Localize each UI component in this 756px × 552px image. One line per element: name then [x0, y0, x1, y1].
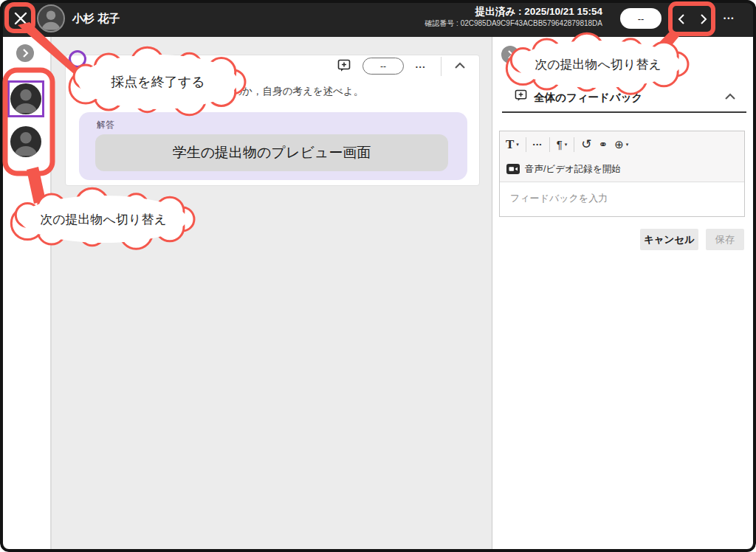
submission-preview: 学生の提出物のプレビュー画面: [95, 134, 448, 171]
chevron-up-icon: [724, 92, 736, 102]
feedback-panel-title: 全体のフィードバック: [534, 91, 642, 105]
next-submission-button[interactable]: [694, 10, 712, 28]
submitted-timestamp: 提出済み : 2025/10/21 15:54: [425, 5, 602, 18]
paragraph-button[interactable]: ¶ ▾: [557, 136, 568, 153]
chevron-right-icon: [694, 10, 712, 28]
submission-status: 提出済み : 2025/10/21 15:54 確認番号 : 02C985DA9…: [425, 5, 602, 29]
answer-label: 解答: [97, 119, 114, 131]
text-style-button[interactable]: T ▾: [506, 136, 519, 153]
confirmation-number: 確認番号 : 02C985DA9C9F43ACBB579642879818DA: [425, 18, 602, 29]
toolbar-more-button[interactable]: •••: [533, 136, 543, 153]
cancel-button[interactable]: キャンセル: [640, 229, 698, 250]
close-icon: [10, 8, 31, 29]
student-avatar: [37, 4, 65, 32]
answer-section: 解答 学生の提出物のプレビュー画面: [79, 112, 467, 180]
topbar: 小杉 花子 提出済み : 2025/10/21 15:54 確認番号 : 02C…: [0, 0, 756, 37]
chevron-up-icon: [454, 61, 466, 71]
editor-toolbar: T ▾ ••• ¶ ▾ ↺ ⚭ ⊕ ▾: [500, 131, 744, 157]
chevron-left-icon: [673, 10, 691, 28]
overflow-menu-button[interactable]: •••: [724, 10, 735, 27]
save-button[interactable]: 保存: [706, 229, 744, 250]
student-thumbnail-next[interactable]: [10, 126, 41, 157]
previous-submission-button[interactable]: [673, 10, 691, 28]
feedback-panel: 全体のフィードバック T ▾ ••• ¶ ▾ ↺: [492, 37, 756, 552]
feedback-placeholder: フィードバックを入力: [510, 192, 608, 205]
question-menu-button[interactable]: •••: [416, 60, 426, 73]
panel-expand-button[interactable]: [501, 46, 519, 63]
submissions-sidebar: [0, 37, 50, 552]
video-camera-icon: [506, 164, 520, 174]
divider: [574, 137, 574, 152]
person-icon: [10, 126, 41, 157]
person-icon: [38, 6, 63, 31]
question-grade-pill[interactable]: --: [362, 58, 404, 75]
sidebar-expand-button[interactable]: [16, 44, 34, 62]
collapse-question-button[interactable]: [454, 61, 466, 71]
record-audio-video-button[interactable]: 音声/ビデオ記録を開始: [500, 157, 744, 181]
question-text: いたいのか，自身の考えを述べよ。: [202, 85, 363, 98]
chevron-right-icon: [16, 44, 34, 62]
divider: [502, 111, 746, 113]
student-thumbnail-current[interactable]: [10, 83, 41, 114]
record-label: 音声/ビデオ記録を開始: [525, 163, 621, 176]
question-feedback-button[interactable]: [337, 59, 351, 72]
feedback-bubble-icon: [337, 59, 351, 72]
feedback-input[interactable]: フィードバックを入力: [500, 182, 744, 216]
link-button[interactable]: ⚭: [599, 136, 608, 153]
divider: [713, 7, 714, 30]
question-card: いたいのか，自身の考えを述べよ。 -- ••• 解答 学生の提出物のプレビュー画…: [65, 55, 480, 186]
close-button[interactable]: [10, 8, 31, 29]
insert-button[interactable]: ⊕ ▾: [614, 136, 628, 153]
feedback-bubble-icon: [515, 89, 527, 102]
divider: [669, 7, 670, 30]
undo-button[interactable]: ↺: [581, 136, 591, 153]
divider: [549, 137, 550, 152]
collapse-feedback-button[interactable]: [724, 92, 736, 102]
divider: [526, 137, 526, 152]
selected-student-highlight: [7, 80, 44, 117]
student-name: 小杉 花子: [72, 12, 120, 26]
submission-area: いたいのか，自身の考えを述べよ。 -- ••• 解答 学生の提出物のプレビュー画…: [50, 37, 492, 552]
grade-pill[interactable]: --: [620, 8, 662, 29]
chevron-right-icon: [501, 46, 519, 63]
divider: [441, 57, 441, 76]
grading-page: 小杉 花子 提出済み : 2025/10/21 15:54 確認番号 : 02C…: [0, 0, 756, 552]
person-icon: [10, 83, 41, 114]
feedback-editor: T ▾ ••• ¶ ▾ ↺ ⚭ ⊕ ▾: [499, 131, 745, 217]
question-number-badge: [69, 50, 86, 68]
